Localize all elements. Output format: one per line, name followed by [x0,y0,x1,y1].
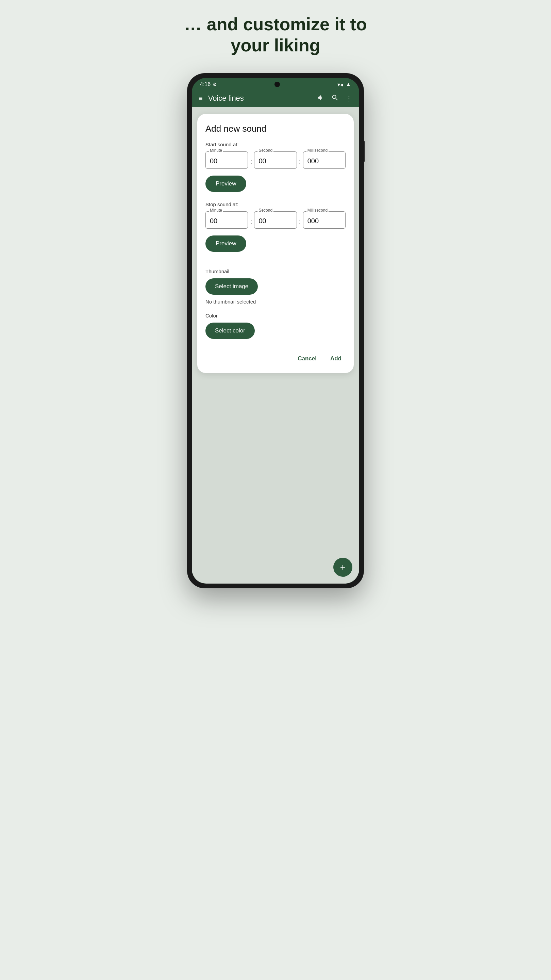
page-title: … and customize it to your liking [177,14,373,56]
start-millisecond-wrapper: Millisecond 000 [303,151,346,169]
volume-icon[interactable] [317,94,324,103]
start-minute-input[interactable]: 00 [205,151,248,169]
screen-content: Add new sound Start sound at: Minute 00 … [192,107,359,584]
add-button[interactable]: Add [326,353,346,365]
stop-minute-input[interactable]: 00 [205,211,248,229]
settings-icon: ⚙ [213,82,217,87]
add-sound-dialog: Add new sound Start sound at: Minute 00 … [197,114,354,373]
start-sound-label: Start sound at: [205,142,346,147]
select-image-button[interactable]: Select image [205,278,258,295]
color-label: Color [205,313,346,318]
wifi-icon: ▾◂ [337,81,343,88]
menu-icon[interactable]: ≡ [198,95,203,102]
color-section: Color Select color [205,313,346,339]
thumbnail-label: Thumbnail [205,269,346,274]
stop-second-wrapper: Second 00 [254,211,297,229]
status-icons: ▾◂ ▲ [337,81,351,88]
stop-millisecond-label: Millisecond [306,208,329,213]
app-bar-actions: ⋮ [317,94,353,103]
fab-button[interactable]: + [333,558,353,577]
status-time: 4:16 ⚙ [200,81,217,88]
thumbnail-section: Thumbnail Select image No thumbnail sele… [205,269,346,305]
stop-sound-label: Stop sound at: [205,202,346,207]
status-bar: 4:16 ⚙ ▾◂ ▲ [192,78,359,90]
preview-start-button[interactable]: Preview [205,176,246,192]
stop-millisecond-input[interactable]: 000 [303,211,346,229]
camera-notch [275,82,280,87]
separator-3: : [249,217,253,226]
dialog-actions: Cancel Add [205,349,346,365]
phone-screen: 4:16 ⚙ ▾◂ ▲ ≡ Voice lines [192,78,359,584]
no-thumbnail-text: No thumbnail selected [205,299,346,305]
stop-second-label: Second [257,208,273,213]
start-second-label: Second [257,148,273,153]
preview-stop-button[interactable]: Preview [205,235,246,252]
start-second-input[interactable]: 00 [254,151,297,169]
separator-4: : [298,217,302,226]
phone-frame: 4:16 ⚙ ▾◂ ▲ ≡ Voice lines [187,73,364,588]
page-wrapper: … and customize it to your liking 4:16 ⚙… [138,14,413,588]
signal-icon: ▲ [346,81,351,88]
start-minute-wrapper: Minute 00 [205,151,248,169]
stop-second-input[interactable]: 00 [254,211,297,229]
start-second-wrapper: Second 00 [254,151,297,169]
side-button [364,141,365,162]
search-icon[interactable] [331,94,339,103]
app-bar: ≡ Voice lines ⋮ [192,90,359,107]
stop-millisecond-wrapper: Millisecond 000 [303,211,346,229]
stop-time-inputs: Minute 00 : Second 00 : Millisecond 000 [205,211,346,229]
dialog-title: Add new sound [205,124,346,134]
start-millisecond-label: Millisecond [306,148,329,153]
separator-1: : [249,157,253,166]
cancel-button[interactable]: Cancel [294,353,321,365]
separator-2: : [298,157,302,166]
app-bar-title: Voice lines [208,94,311,103]
start-minute-label: Minute [209,148,223,153]
more-icon[interactable]: ⋮ [346,94,353,102]
stop-minute-wrapper: Minute 00 [205,211,248,229]
start-time-inputs: Minute 00 : Second 00 : Millisecond 000 [205,151,346,169]
divider-1 [205,261,346,262]
select-color-button[interactable]: Select color [205,323,255,339]
stop-minute-label: Minute [209,208,223,213]
start-millisecond-input[interactable]: 000 [303,151,346,169]
